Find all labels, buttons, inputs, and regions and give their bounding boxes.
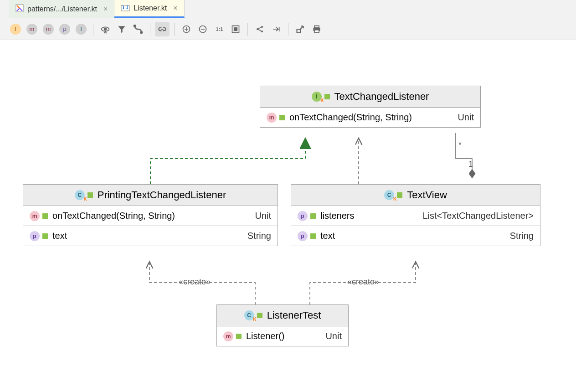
separator <box>150 23 150 36</box>
public-icon <box>310 233 316 239</box>
separator <box>174 23 175 36</box>
filter-fields-button[interactable]: f <box>8 22 23 36</box>
actual-size-button[interactable]: 1:1 <box>212 22 226 36</box>
class-icon: CK <box>244 310 254 320</box>
svg-rect-17 <box>314 26 319 27</box>
filter-button[interactable] <box>114 22 129 36</box>
tab-label: Listener.kt <box>134 4 167 12</box>
class-name: PrintingTextChangedListener <box>98 189 226 201</box>
public-icon <box>324 94 330 99</box>
class-name: ListenerTest <box>267 309 321 321</box>
toolbar: f m m p I 1:1 <box>0 18 576 40</box>
svg-rect-12 <box>234 27 237 31</box>
diagram-file-icon <box>121 3 130 13</box>
member-type: Unit <box>458 112 474 123</box>
member-name: Listener() <box>246 331 321 341</box>
member-name: text <box>52 231 243 241</box>
public-icon <box>310 213 316 219</box>
member-row[interactable]: p listeners List<TextChangedListener> <box>291 206 540 226</box>
member-row[interactable]: m onTextChanged(String, String) Unit <box>260 108 480 127</box>
member-type: String <box>510 231 534 241</box>
class-textchangedlistener[interactable]: IK TextChangedListener m onTextChanged(S… <box>260 86 481 128</box>
class-textview[interactable]: CK TextView p listeners List<TextChanged… <box>291 184 540 246</box>
public-icon <box>42 213 48 219</box>
class-icon: CK <box>75 190 85 200</box>
class-listenertest[interactable]: CK ListenerTest m Listener() Unit <box>216 304 349 346</box>
class-name: TextChangedListener <box>334 91 429 103</box>
create-label: «create» <box>347 277 379 287</box>
multiplicity-star: * <box>458 140 462 150</box>
member-row[interactable]: m Listener() Unit <box>217 326 348 346</box>
public-icon <box>279 115 285 120</box>
zoom-out-button[interactable] <box>195 22 210 36</box>
member-row[interactable]: p text String <box>291 226 540 246</box>
member-row[interactable]: m onTextChanged(String, String) Unit <box>23 206 278 226</box>
class-header: CK TextView <box>291 185 540 206</box>
separator <box>247 23 248 36</box>
svg-point-2 <box>123 8 124 9</box>
class-printingtextchangedlistener[interactable]: CK PrintingTextChangedListener m onTextC… <box>23 184 278 246</box>
svg-point-5 <box>104 28 107 30</box>
filter-methods-button[interactable]: m <box>41 22 56 36</box>
forward-button[interactable] <box>269 22 283 36</box>
interface-icon: IK <box>312 92 322 102</box>
svg-text:1:1: 1:1 <box>216 26 223 32</box>
svg-point-7 <box>141 31 143 33</box>
link-button[interactable] <box>155 22 170 36</box>
filter-inner-button[interactable]: I <box>74 22 88 36</box>
member-type: Unit <box>325 331 342 341</box>
public-icon <box>397 192 402 198</box>
share-button[interactable] <box>252 22 267 36</box>
tab-listener-diagram[interactable]: Listener.kt × <box>114 0 184 18</box>
class-header: CK PrintingTextChangedListener <box>23 185 278 206</box>
separator <box>93 23 93 36</box>
tab-patterns-listener[interactable]: patterns/.../Listener.kt × <box>9 0 114 18</box>
filter-properties-button[interactable]: p <box>57 22 72 36</box>
svg-rect-19 <box>314 30 319 32</box>
member-row[interactable]: p text String <box>23 226 278 246</box>
class-header: IK TextChangedListener <box>260 86 480 108</box>
member-name: listeners <box>320 211 418 221</box>
method-icon: m <box>30 211 40 221</box>
member-name: text <box>320 231 505 241</box>
class-header: CK ListenerTest <box>217 305 348 326</box>
print-button[interactable] <box>309 22 324 36</box>
public-icon <box>257 313 262 318</box>
close-icon[interactable]: × <box>173 4 177 12</box>
tab-bar: patterns/.../Listener.kt × Listener.kt × <box>0 0 576 18</box>
tab-label: patterns/.../Listener.kt <box>27 5 97 13</box>
method-icon: m <box>223 331 233 341</box>
property-icon: p <box>298 231 308 241</box>
class-name: TextView <box>407 189 447 201</box>
diagram-canvas[interactable]: IK TextChangedListener m onTextChanged(S… <box>0 40 576 392</box>
zoom-in-button[interactable] <box>179 22 194 36</box>
visibility-button[interactable] <box>98 22 113 36</box>
member-type: List<TextChangedListener> <box>423 211 534 221</box>
property-icon: p <box>30 231 40 241</box>
multiplicity-one: 1 <box>468 160 473 169</box>
filter-constructors-button[interactable]: m <box>25 22 39 36</box>
separator <box>288 23 288 36</box>
member-type: String <box>247 231 271 241</box>
member-name: onTextChanged(String, String) <box>289 112 453 123</box>
member-name: onTextChanged(String, String) <box>52 211 250 221</box>
method-icon: m <box>267 113 277 123</box>
svg-point-3 <box>127 8 128 9</box>
close-icon[interactable]: × <box>103 5 108 13</box>
fit-content-button[interactable] <box>228 22 243 36</box>
kotlin-file-icon <box>15 4 24 14</box>
svg-rect-1 <box>121 5 129 11</box>
layout-button[interactable] <box>131 22 145 36</box>
public-icon <box>42 233 48 239</box>
public-icon <box>87 192 93 198</box>
member-type: Unit <box>255 211 271 221</box>
class-icon: CK <box>384 190 394 200</box>
export-button[interactable] <box>293 22 308 36</box>
property-icon: p <box>298 211 308 221</box>
public-icon <box>236 334 242 339</box>
svg-point-6 <box>134 25 136 26</box>
create-label: «create» <box>179 277 211 287</box>
